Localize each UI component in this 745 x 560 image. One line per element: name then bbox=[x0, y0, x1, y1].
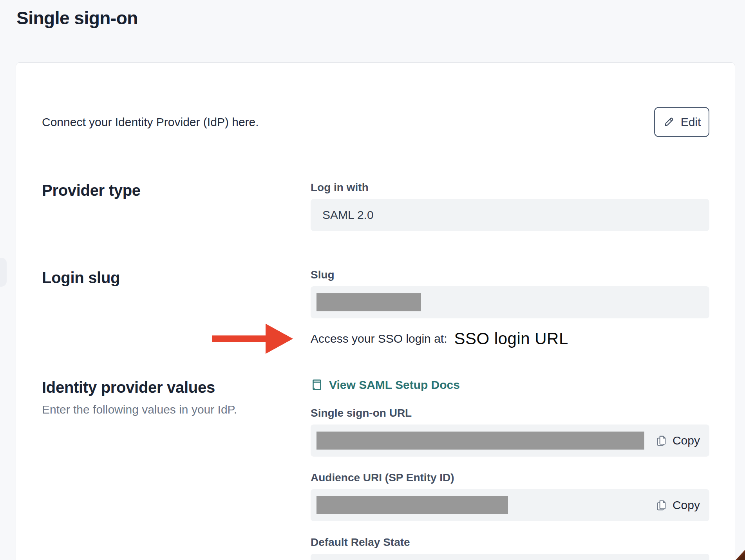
sso-access-row: Access your SSO login at: SSO login URL bbox=[311, 329, 709, 349]
corner-overlay-fragment bbox=[735, 549, 745, 560]
sso-settings-card: Connect your Identity Provider (IdP) her… bbox=[16, 62, 735, 560]
sso-url-field[interactable]: Copy bbox=[311, 425, 709, 457]
provider-type-section: Provider type Log in with SAML 2.0 bbox=[42, 181, 709, 231]
provider-type-heading: Provider type bbox=[42, 181, 311, 200]
idp-values-heading: Identity provider values bbox=[42, 378, 311, 397]
relay-state-group: Default Relay State bigproject Copy bbox=[311, 536, 709, 560]
copy-sso-url-button[interactable]: Copy bbox=[655, 434, 700, 447]
idp-values-subheading: Enter the following values in your IdP. bbox=[42, 402, 311, 417]
sso-url-redaction-bar bbox=[316, 432, 644, 450]
copy-audience-uri-button[interactable]: Copy bbox=[655, 499, 700, 512]
copy-icon bbox=[655, 435, 667, 447]
sso-url-group: Single sign-on URL Copy bbox=[311, 406, 709, 457]
copy-label: Copy bbox=[673, 434, 700, 447]
left-edge-nub bbox=[0, 258, 7, 287]
copy-label: Copy bbox=[673, 499, 700, 512]
provider-type-value: SAML 2.0 bbox=[316, 208, 374, 222]
slug-label: Slug bbox=[311, 268, 709, 282]
relay-state-field[interactable]: bigproject Copy bbox=[311, 554, 709, 560]
intro-row: Connect your Identity Provider (IdP) her… bbox=[42, 107, 709, 137]
slug-field[interactable] bbox=[311, 286, 709, 318]
view-saml-docs-link[interactable]: View SAML Setup Docs bbox=[311, 378, 709, 392]
copy-icon bbox=[655, 499, 667, 511]
relay-state-label: Default Relay State bbox=[311, 536, 709, 549]
pencil-icon bbox=[663, 116, 675, 128]
view-saml-docs-label: View SAML Setup Docs bbox=[329, 378, 460, 392]
sso-url-label: Single sign-on URL bbox=[311, 406, 709, 420]
login-slug-heading: Login slug bbox=[42, 268, 311, 287]
edit-button[interactable]: Edit bbox=[654, 107, 709, 137]
sso-login-url-annotation: SSO login URL bbox=[454, 329, 568, 348]
idp-values-section: Identity provider values Enter the follo… bbox=[42, 378, 709, 560]
provider-type-field[interactable]: SAML 2.0 bbox=[311, 199, 709, 231]
slug-redaction-bar bbox=[316, 293, 421, 311]
audience-uri-label: Audience URI (SP Entity ID) bbox=[311, 471, 709, 484]
audience-uri-field[interactable]: Copy bbox=[311, 489, 709, 521]
login-slug-section: Login slug Slug Access your SSO login at… bbox=[42, 268, 709, 349]
page-title: Single sign-on bbox=[16, 7, 745, 29]
audience-uri-redaction-bar bbox=[316, 496, 508, 514]
audience-uri-group: Audience URI (SP Entity ID) Copy bbox=[311, 471, 709, 521]
intro-text: Connect your Identity Provider (IdP) her… bbox=[42, 116, 259, 129]
book-icon bbox=[311, 379, 323, 391]
annotation-arrow-icon bbox=[212, 324, 293, 354]
sso-access-note: Access your SSO login at: bbox=[311, 332, 447, 345]
login-with-label: Log in with bbox=[311, 181, 709, 194]
edit-button-label: Edit bbox=[681, 116, 701, 129]
